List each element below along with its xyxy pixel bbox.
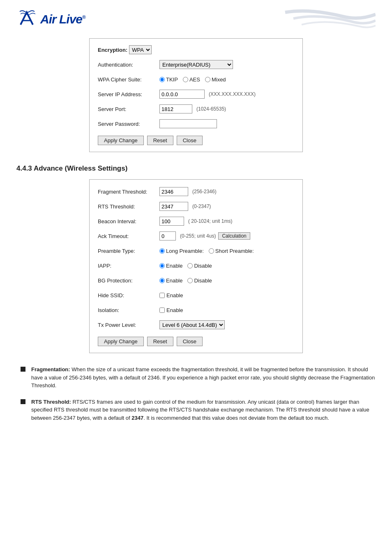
server-ip-control: (XXX.XXX.XXX.XXX) xyxy=(159,90,294,99)
ack-input[interactable] xyxy=(159,231,176,240)
hide-ssid-control: Enable xyxy=(159,292,294,298)
server-password-row: Server Password: xyxy=(98,118,294,129)
preamble-long-radio[interactable] xyxy=(159,248,165,254)
iapp-control: Enable Disable xyxy=(159,263,294,269)
rts-input[interactable] xyxy=(159,202,188,211)
rts-label: RTS Threshold: xyxy=(98,204,159,210)
ack-label: Ack Timeout: xyxy=(98,233,159,239)
advanced-reset-button[interactable]: Reset xyxy=(147,337,173,346)
ack-row: Ack Timeout: (0-255; unit 4us) Calculati… xyxy=(98,231,294,241)
fragment-control: (256-2346) xyxy=(159,187,294,196)
iapp-row: IAPP: Enable Disable xyxy=(98,260,294,271)
iapp-enable-radio[interactable] xyxy=(159,263,165,268)
beacon-hint: ( 20-1024; unit 1ms) xyxy=(188,218,232,224)
tx-power-select[interactable]: Level 1 Level 2 Level 3 Level 4 Level 5 … xyxy=(159,320,225,329)
bullet-rts: RTS Threshold: RTS/CTS frames are used t… xyxy=(21,398,376,422)
cipher-mixed-option[interactable]: Mixed xyxy=(205,76,226,83)
encryption-select[interactable]: WPA xyxy=(129,45,152,54)
advanced-close-button[interactable]: Close xyxy=(177,337,203,346)
ack-hint: (0-255; unit 4us) xyxy=(180,233,216,239)
cipher-mixed-radio[interactable] xyxy=(205,77,210,82)
tx-power-row: Tx Power Level: Level 1 Level 2 Level 3 … xyxy=(98,319,294,330)
bullet-square-fragmentation xyxy=(21,367,25,372)
server-port-input[interactable] xyxy=(159,104,192,113)
isolation-enable-label: Enable xyxy=(166,307,183,313)
cipher-tkip-radio[interactable] xyxy=(159,77,165,82)
cipher-radio-group: TKIP AES Mixed xyxy=(159,76,226,83)
authentication-label: Authentication: xyxy=(98,62,159,68)
isolation-checkbox-label[interactable]: Enable xyxy=(159,307,183,313)
fragment-label: Fragment Threshold: xyxy=(98,189,159,195)
isolation-control: Enable xyxy=(159,307,294,313)
advanced-panel: Fragment Threshold: (256-2346) RTS Thres… xyxy=(89,179,303,353)
hide-ssid-checkbox-label[interactable]: Enable xyxy=(159,292,183,298)
server-ip-row: Server IP Address: (XXX.XXX.XXX.XXX) xyxy=(98,89,294,99)
iapp-radio-group: Enable Disable xyxy=(159,263,212,269)
iapp-label: IAPP: xyxy=(98,263,159,269)
bg-protection-label: BG Protection: xyxy=(98,278,159,284)
cipher-aes-option[interactable]: AES xyxy=(183,76,200,83)
tx-power-label: Tx Power Level: xyxy=(98,322,159,328)
header-decoration xyxy=(261,8,376,31)
iapp-enable-option[interactable]: Enable xyxy=(159,263,182,269)
calculation-button[interactable]: Calculation xyxy=(218,232,250,240)
fragment-input[interactable] xyxy=(159,187,188,196)
iapp-disable-radio[interactable] xyxy=(187,263,193,268)
encryption-panel: Encryption: WPA Authentication: Enterpri… xyxy=(89,38,303,152)
rts-default-bold: 2347 xyxy=(131,415,143,421)
cipher-tkip-option[interactable]: TKIP xyxy=(159,76,178,83)
rts-description-end: . It is recommended that this value does… xyxy=(143,415,329,421)
fragmentation-description: When the size of a unicast frame exceeds… xyxy=(31,366,375,388)
wpa-cipher-control: TKIP AES Mixed xyxy=(159,76,294,83)
rts-hint: (0-2347) xyxy=(192,204,211,209)
authentication-select[interactable]: Enterprise(RADIUS) Personal(Pre-Shared K… xyxy=(159,60,233,69)
fragment-hint: (256-2346) xyxy=(192,189,217,194)
server-ip-input[interactable] xyxy=(159,90,205,99)
preamble-short-option[interactable]: Short Preamble: xyxy=(209,248,254,254)
bullet-fragmentation: Fragmentation: When the size of a unicas… xyxy=(21,365,376,390)
server-password-input[interactable] xyxy=(159,119,217,128)
bg-protection-control: Enable Disable xyxy=(159,278,294,284)
iapp-enable-label: Enable xyxy=(166,263,182,269)
reset-button[interactable]: Reset xyxy=(147,136,173,145)
bg-enable-option[interactable]: Enable xyxy=(159,278,182,284)
bg-enable-radio[interactable] xyxy=(159,278,165,283)
section-heading: 4.4.3 Advance (Wireless Settings) xyxy=(16,164,376,173)
fragment-row: Fragment Threshold: (256-2346) xyxy=(98,186,294,197)
cipher-aes-label: AES xyxy=(189,76,200,83)
preamble-row: Preamble Type: Long Preamble: Short Prea… xyxy=(98,245,294,256)
logo-area: Air Live® xyxy=(16,8,376,30)
advanced-apply-change-button[interactable]: Apply Change xyxy=(98,337,144,346)
apply-change-button[interactable]: Apply Change xyxy=(98,136,144,145)
logo-icon xyxy=(16,8,37,30)
bg-disable-radio[interactable] xyxy=(187,278,193,283)
hide-ssid-checkbox[interactable] xyxy=(159,293,165,298)
iapp-disable-option[interactable]: Disable xyxy=(187,263,212,269)
wpa-cipher-row: WPA Cipher Suite: TKIP AES Mixed xyxy=(98,74,294,85)
bg-disable-label: Disable xyxy=(194,278,212,284)
cipher-aes-radio[interactable] xyxy=(183,77,188,82)
beacon-label: Beacon Interval: xyxy=(98,218,159,224)
hide-ssid-enable-label: Enable xyxy=(166,292,183,298)
preamble-short-label: Short Preamble: xyxy=(215,248,254,254)
bg-disable-option[interactable]: Disable xyxy=(187,278,212,284)
bullet-rts-text: RTS Threshold: RTS/CTS frames are used t… xyxy=(31,398,376,422)
bullet-list: Fragmentation: When the size of a unicas… xyxy=(16,365,376,422)
isolation-checkbox[interactable] xyxy=(159,308,165,313)
logo-text: Air Live® xyxy=(40,12,85,26)
rts-row: RTS Threshold: (0-2347) xyxy=(98,201,294,212)
cipher-tkip-label: TKIP xyxy=(166,76,178,83)
bg-enable-label: Enable xyxy=(166,278,182,284)
beacon-input[interactable] xyxy=(159,217,184,226)
beacon-row: Beacon Interval: ( 20-1024; unit 1ms) xyxy=(98,216,294,227)
preamble-control: Long Preamble: Short Preamble: xyxy=(159,248,294,254)
server-port-label: Server Port: xyxy=(98,106,159,112)
preamble-short-radio[interactable] xyxy=(209,248,214,254)
encryption-buttons: Apply Change Reset Close xyxy=(98,136,294,145)
preamble-long-option[interactable]: Long Preamble: xyxy=(159,248,204,254)
close-button[interactable]: Close xyxy=(177,136,203,145)
beacon-control: ( 20-1024; unit 1ms) xyxy=(159,217,294,226)
fragmentation-bold-label: Fragmentation: xyxy=(31,366,70,372)
server-port-row: Server Port: (1024-65535) xyxy=(98,104,294,114)
preamble-radio-group: Long Preamble: Short Preamble: xyxy=(159,248,254,254)
